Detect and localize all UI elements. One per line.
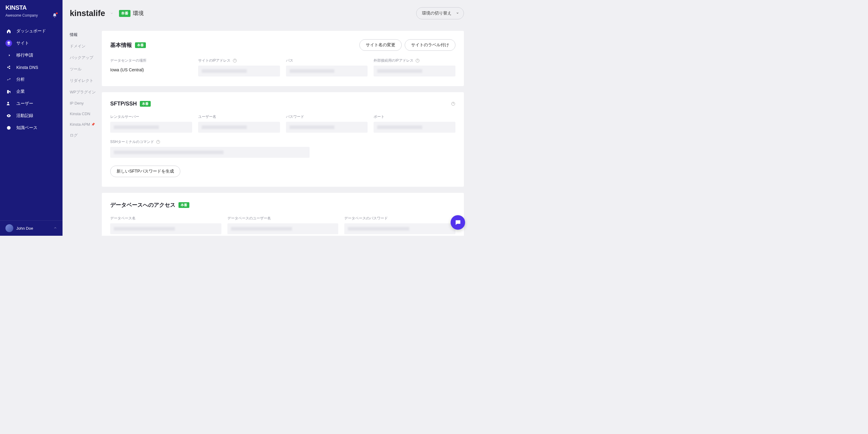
primary-nav: ダッシュボード サイト 移行申請 Kinsta DNS 分析 企業 ユーザー xyxy=(0,23,63,220)
field-sftp-port: ポート xyxy=(374,114,456,133)
redacted-value xyxy=(227,223,339,234)
subnav-label: ドメイン xyxy=(70,44,86,49)
subnav-label: Kinsta CDN xyxy=(70,112,90,116)
chevron-up-icon xyxy=(54,226,57,231)
subnav-label: バックアップ xyxy=(70,55,93,60)
field-sftp-user: ユーザー名 xyxy=(198,114,280,133)
field-label: パス xyxy=(286,58,368,63)
subnav-label: Kinsta APM xyxy=(70,122,90,127)
generate-sftp-password-button[interactable]: 新しいSFTPパスワードを生成 xyxy=(110,166,180,177)
field-sftp-pass: パスワード xyxy=(286,114,368,133)
subnav-logs[interactable]: ログ xyxy=(70,129,102,141)
redacted-value xyxy=(198,65,280,77)
nav-migration[interactable]: 移行申請 xyxy=(0,49,63,61)
subnav-info[interactable]: 情報 xyxy=(70,29,102,40)
env-badge: 本番 xyxy=(179,202,189,208)
nav-label: 分析 xyxy=(16,77,25,82)
field-db-user: データベースのユーザー名 xyxy=(227,216,339,234)
card-sftp-ssh: SFTP/SSH 本番 レンタルサーバー ユーザー名 パスワード ポート xyxy=(102,92,464,187)
nav-label: ダッシュボード xyxy=(16,28,46,34)
subnav-backups[interactable]: バックアップ xyxy=(70,52,102,63)
field-label: レンタルサーバー xyxy=(110,114,192,119)
subnav-cdn[interactable]: Kinsta CDN xyxy=(70,109,102,119)
nav-dns[interactable]: Kinsta DNS xyxy=(0,61,63,74)
nav-label: サイト xyxy=(16,40,29,46)
building-icon xyxy=(5,88,12,95)
redacted-value xyxy=(110,122,192,133)
field-label: データベースのパスワード xyxy=(344,216,456,221)
chat-fab[interactable] xyxy=(451,215,465,230)
field-path: パス xyxy=(286,58,368,77)
nav-sites[interactable]: サイト xyxy=(0,37,63,49)
page-header: kinstalife 本番 環境 環境の切り替え xyxy=(63,0,471,27)
site-subnav: 情報 ドメイン バックアップ ツール リダイレクト WPプラグイン IP Den… xyxy=(63,27,102,236)
arrow-right-icon xyxy=(5,52,12,59)
subnav-label: 情報 xyxy=(70,32,78,37)
env-badge: 本番 xyxy=(135,42,146,48)
redacted-value xyxy=(198,122,280,133)
nav-label: 企業 xyxy=(16,89,25,94)
field-sftp-host: レンタルサーバー xyxy=(110,114,192,133)
layers-icon xyxy=(5,40,12,47)
field-value: Iowa (US Central) xyxy=(110,65,192,74)
rename-site-button[interactable]: サイト名の変更 xyxy=(360,39,402,51)
field-label: データセンターの場所 xyxy=(110,58,192,63)
field-datacenter: データセンターの場所 Iowa (US Central) xyxy=(110,58,192,77)
nav-knowledge[interactable]: 知識ベース xyxy=(0,122,63,134)
redacted-value xyxy=(110,147,310,158)
subnav-label: WPプラグイン xyxy=(70,89,96,95)
help-icon[interactable] xyxy=(415,58,420,63)
subnav-redirects[interactable]: リダイレクト xyxy=(70,75,102,86)
subnav-ip-deny[interactable]: IP Deny xyxy=(70,98,102,109)
nav-label: 知識ベース xyxy=(16,125,37,131)
redacted-value xyxy=(344,223,456,234)
pin-icon: 📌 xyxy=(91,123,95,126)
nav-dashboard[interactable]: ダッシュボード xyxy=(0,25,63,37)
home-icon xyxy=(5,28,12,34)
notifications-bell-icon[interactable] xyxy=(52,13,57,18)
nav-label: Kinsta DNS xyxy=(16,65,38,70)
subnav-label: IP Deny xyxy=(70,101,84,106)
db-title: データベースへのアクセス xyxy=(110,201,176,208)
field-label: サイトのIPアドレス xyxy=(198,58,280,63)
site-dropdown-caret[interactable] xyxy=(109,10,115,16)
company-row: Awesome Company xyxy=(0,13,63,23)
primary-sidebar: KINSTA Awesome Company ダッシュボード サイト 移行申請 … xyxy=(0,0,63,236)
field-label: データベースのユーザー名 xyxy=(227,216,339,221)
label-site-button[interactable]: サイトのラベル付け xyxy=(405,39,456,51)
field-label: データベース名 xyxy=(110,216,221,221)
nav-analytics[interactable]: 分析 xyxy=(0,74,63,86)
env-badge: 本番 xyxy=(119,10,130,17)
main-content: 基本情報 本番 サイト名の変更 サイトのラベル付け データセンターの場所 Iow… xyxy=(102,31,471,236)
nav-label: 移行申請 xyxy=(16,53,33,58)
field-site-ip: サイトのIPアドレス xyxy=(198,58,280,77)
field-db-name: データベース名 xyxy=(110,216,221,234)
avatar xyxy=(5,224,13,232)
user-bar[interactable]: John Doe xyxy=(0,220,63,236)
env-badge: 本番 xyxy=(140,101,151,107)
company-name: Awesome Company xyxy=(5,13,38,18)
card-basic-info: 基本情報 本番 サイト名の変更 サイトのラベル付け データセンターの場所 Iow… xyxy=(102,31,464,86)
subnav-apm[interactable]: Kinsta APM📌 xyxy=(70,119,102,129)
field-ssh-command: SSHターミナルのコマンド xyxy=(110,139,456,158)
subnav-tools[interactable]: ツール xyxy=(70,63,102,75)
field-db-pass: データベースのパスワード xyxy=(344,216,456,234)
field-label: 外部接続用のIPアドレス xyxy=(374,58,456,63)
site-name-block: kinstalife xyxy=(70,9,115,18)
label-text: 外部接続用のIPアドレス xyxy=(374,58,413,63)
redacted-value xyxy=(286,65,368,77)
nav-company[interactable]: 企業 xyxy=(0,86,63,97)
env-switch-dropdown[interactable]: 環境の切り替え xyxy=(416,7,464,19)
share-icon xyxy=(5,64,12,71)
help-icon[interactable] xyxy=(451,102,456,106)
nav-activity[interactable]: 活動記録 xyxy=(0,110,63,122)
card-database-access: データベースへのアクセス 本番 データベース名 データベースのユーザー名 データ… xyxy=(102,193,464,236)
help-icon[interactable] xyxy=(232,58,237,63)
field-label: ポート xyxy=(374,114,456,119)
help-icon[interactable] xyxy=(156,140,161,144)
brand-logo: KINSTA xyxy=(0,0,63,13)
field-label: SSHターミナルのコマンド xyxy=(110,139,456,144)
subnav-wp-plugins[interactable]: WPプラグイン xyxy=(70,86,102,98)
subnav-domains[interactable]: ドメイン xyxy=(70,40,102,52)
nav-users[interactable]: ユーザー xyxy=(0,97,63,110)
